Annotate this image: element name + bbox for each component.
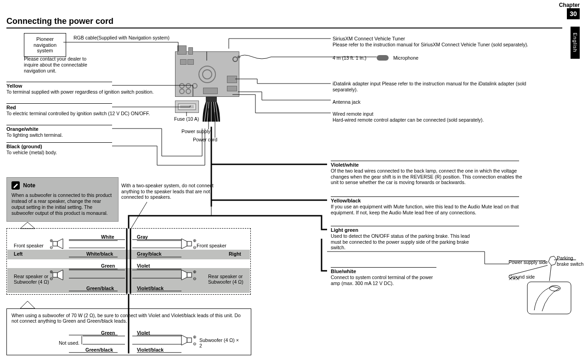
fuse-label: Fuse (10 A) <box>174 116 199 122</box>
green-black-label: Green/black <box>86 286 114 291</box>
black-head: Black (ground) <box>6 142 112 150</box>
orange-text: To lighting switch terminal. <box>6 132 63 138</box>
violet-label: Violet <box>137 263 150 269</box>
sub-green: Green <box>101 330 115 336</box>
antenna-label: Antenna jack <box>333 99 361 105</box>
mic-label: Microphone <box>393 55 418 61</box>
mic-length: 4 m (13 ft. 1 in.) <box>333 55 367 61</box>
red-head: Red <box>6 103 112 111</box>
sirius-text: Please refer to the instruction manual f… <box>333 42 528 47</box>
wired-remote-block: Wired remote input Hard-wired remote con… <box>333 111 562 123</box>
note-box: Note When a subwoofer is connected to th… <box>6 177 119 222</box>
yellow-head: Yellow <box>6 82 112 89</box>
title-rule <box>6 28 562 28</box>
chapter-label: Chapter <box>559 2 580 8</box>
sub-violet-black: Violet/black <box>137 347 164 353</box>
gray-label: Gray <box>137 234 148 240</box>
blue-white-text: Connect to system control terminal of th… <box>331 274 436 286</box>
rgb-cable-label: RGB cable(Supplied with Navigation syste… <box>74 35 170 41</box>
light-green-block: Light green Used to detect the ON/OFF st… <box>331 226 519 251</box>
wired-head: Wired remote input <box>333 111 373 117</box>
left-label: Left <box>14 251 23 257</box>
rear-speaker-right: Rear speaker or Subwoofer (4 Ω) <box>208 274 245 285</box>
light-green-head: Light green <box>331 226 519 233</box>
violet-white-head: Violet/white <box>331 161 519 168</box>
red-lead: Red To electric terminal controlled by i… <box>6 103 150 117</box>
parking-brake-illustration <box>509 255 580 319</box>
light-green-text: Used to detect the ON/OFF status of the … <box>331 233 478 251</box>
svg-rect-11 <box>527 282 571 314</box>
microphone-icon <box>377 54 391 62</box>
page-title: Connecting the power cord <box>6 17 113 26</box>
wire-harness <box>199 96 224 129</box>
sub-hint-text: When using a subwoofer of 70 W (2 Ω), be… <box>7 309 250 327</box>
speaker-diagram <box>6 228 251 295</box>
blue-white-head: Blue/white <box>331 267 436 274</box>
sirius-block: SiriusXM Connect Vehicle Tuner Please re… <box>333 36 562 48</box>
white-black-label: White/black <box>86 251 113 257</box>
yellow-black-text: If you use an equipment with Mute functi… <box>331 204 533 215</box>
white-label: White <box>101 234 114 240</box>
nav-system-box: Pioneer navigation system <box>24 33 66 57</box>
two-speaker-note: With a two-speaker system, do not connec… <box>121 183 218 200</box>
chapter-number: 30 <box>567 8 580 19</box>
orange-lead: Orange/white To lighting switch terminal… <box>6 125 112 138</box>
note-heading-text: Note <box>23 182 35 189</box>
green-label: Green <box>101 263 115 269</box>
page-root: Chapter 30 English Connecting the power … <box>0 0 588 364</box>
right-label: Right <box>229 251 241 257</box>
violet-white-text: Of the two lead wires connected to the b… <box>331 168 528 185</box>
gray-black-label: Gray/black <box>137 251 162 257</box>
note-heading: Note <box>11 181 113 190</box>
violet-black-label: Violet/black <box>137 286 164 291</box>
svg-rect-2 <box>180 105 194 108</box>
svg-line-10 <box>509 265 548 275</box>
head-unit-illustration <box>175 51 239 97</box>
svg-rect-3 <box>206 96 217 102</box>
sub-violet: Violet <box>137 330 150 336</box>
blue-white-block: Blue/white Connect to system control ter… <box>331 267 436 286</box>
yellow-black-head: Yellow/black <box>331 196 519 204</box>
front-speaker-left: Front speaker <box>14 243 44 248</box>
black-text: To vehicle (metal) body. <box>6 150 57 155</box>
violet-white-block: Violet/white Of the two lead wires conne… <box>331 161 528 185</box>
fuse-box <box>175 101 199 113</box>
not-used-label: Not used. <box>59 340 79 346</box>
red-text: To electric terminal controlled by ignit… <box>6 111 150 116</box>
orange-head: Orange/white <box>6 125 112 132</box>
black-lead: Black (ground) To vehicle (metal) body. <box>6 142 112 156</box>
nav-system-note: Please contact your dealer to inquire ab… <box>24 56 97 74</box>
yellow-text: To terminal supplied with power regardle… <box>6 89 153 95</box>
subwoofer-label: Subwoofer (4 Ω) × 2 <box>199 337 241 348</box>
note-body: When a subwoofer is connected to this pr… <box>11 192 113 217</box>
yellow-black-block: Yellow/black If you use an equipment wit… <box>331 196 533 215</box>
language-tab: English <box>571 27 580 59</box>
idatalink-block: iDatalink adapter input Please refer to … <box>333 81 548 92</box>
sirius-head: SiriusXM Connect Vehicle Tuner <box>333 36 405 41</box>
front-speaker-right: Front speaker <box>197 243 226 248</box>
power-supply-label: Power supply <box>181 129 210 134</box>
svg-line-60 <box>131 202 147 229</box>
power-cord-label: Power cord <box>193 137 217 143</box>
sub-green-black: Green/black <box>85 347 113 353</box>
wired-text: Hard-wired remote control adapter can be… <box>333 117 484 123</box>
yellow-lead: Yellow To terminal supplied with power r… <box>6 82 153 95</box>
pencil-icon <box>11 181 20 190</box>
rear-speaker-left: Rear speaker or Subwoofer (4 Ω) <box>14 274 51 285</box>
